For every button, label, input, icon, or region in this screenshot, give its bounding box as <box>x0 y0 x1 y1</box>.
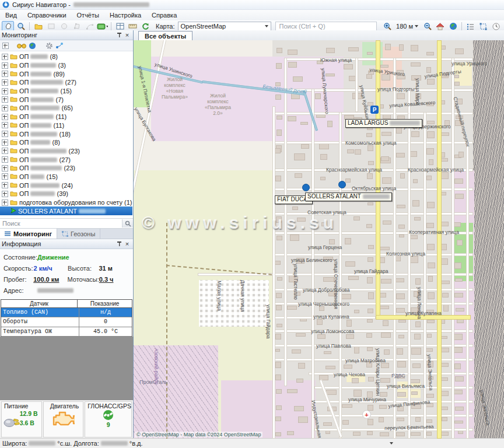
menu-view[interactable]: Вид <box>0 10 22 20</box>
street-label: улица Гайдара <box>265 304 271 338</box>
zoom-scale-select[interactable]: 180 м <box>394 22 421 32</box>
expand-icon[interactable] <box>2 139 8 146</box>
tree-item[interactable]: ОП (18) <box>0 130 133 138</box>
expand-icon[interactable] <box>2 156 8 163</box>
building <box>275 362 281 369</box>
tab-monitoring[interactable]: Мониторинг <box>0 229 57 239</box>
vehicle-marker-label[interactable]: SOLLERS ATALANT <box>305 192 392 201</box>
expand-icon[interactable] <box>2 114 8 120</box>
tree-item-count: (27) <box>59 156 71 163</box>
pin-icon[interactable] <box>115 241 123 247</box>
route-icon[interactable] <box>55 42 64 49</box>
global-search-input[interactable]: Поиск (Ctrl + Q) <box>275 22 377 32</box>
menu-reports[interactable]: Отчёты <box>72 10 104 20</box>
menu-directories[interactable]: Справочники <box>22 10 72 20</box>
status-caret-icon[interactable] <box>390 442 393 444</box>
sensor-row[interactable]: Обороты0 <box>1 317 132 327</box>
tree-item[interactable]: ОП (27) <box>0 78 133 87</box>
search-placeholder: Поиск (Ctrl + Q) <box>279 23 326 30</box>
gps-gauge: ГЛОНАСС/GPS 9 <box>85 401 132 438</box>
tree-item[interactable]: подготовка оборудования по счету (1) <box>0 198 133 207</box>
expand-icon[interactable] <box>2 122 8 128</box>
expand-icon[interactable] <box>2 182 8 188</box>
tree-item[interactable]: ОП (27) <box>0 155 133 164</box>
zoom-out-icon <box>424 22 432 30</box>
tab-geozones[interactable]: Геозоны <box>57 229 100 239</box>
tree-item-count: (18) <box>59 131 71 138</box>
expand-icon[interactable] <box>2 131 8 137</box>
tree-item[interactable]: ОП (7) <box>0 95 133 104</box>
building <box>412 200 419 206</box>
building <box>382 132 391 136</box>
building <box>454 178 463 183</box>
tree-item[interactable]: ОП (11) <box>0 113 133 121</box>
expand-icon[interactable] <box>2 54 8 60</box>
map-canvas[interactable]: © www.sirius.su © OpenStreetMap - Map da… <box>134 40 504 439</box>
menu-settings[interactable]: Настройка <box>104 10 146 20</box>
expand-icon[interactable] <box>2 88 8 94</box>
vehicle-marker-label[interactable]: LADA LARGUS <box>345 119 422 128</box>
mileage-value[interactable]: 100.0 км <box>33 276 67 283</box>
menu-help[interactable]: Справка <box>146 10 182 20</box>
hours-value[interactable]: 0.3 ч <box>99 276 133 283</box>
vehicle-position-dot[interactable] <box>302 184 310 191</box>
expand-icon[interactable] <box>2 62 8 69</box>
tree-item[interactable]: ОП (23) <box>0 147 133 156</box>
building <box>383 114 391 118</box>
map-provider-select[interactable]: OpenStreetMap <box>178 22 271 32</box>
tree-item[interactable]: ОП (15) <box>0 87 133 96</box>
expand-icon[interactable] <box>2 105 8 111</box>
tree-item[interactable]: ОП (24) <box>0 181 133 190</box>
expand-all-button[interactable] <box>2 43 9 49</box>
tree-item[interactable]: ОП (8) <box>0 138 133 147</box>
magnifier-small-icon <box>125 220 131 227</box>
globe-small-icon[interactable] <box>29 42 36 50</box>
table-icon <box>116 23 124 30</box>
building <box>384 349 390 355</box>
tree-item[interactable]: ОП (39) <box>0 190 133 198</box>
expand-icon[interactable] <box>2 165 8 172</box>
folder-icon <box>10 70 18 76</box>
building <box>397 418 404 421</box>
building <box>454 363 461 369</box>
expand-icon[interactable] <box>2 173 8 180</box>
rect-shape-icon <box>48 23 55 30</box>
gear-icon[interactable] <box>46 42 53 50</box>
building <box>454 222 461 227</box>
tree-item-redacted <box>79 209 106 214</box>
sensor-row[interactable]: Топливо (CAN)н/д <box>1 308 132 317</box>
tree-item[interactable]: ОП (8) <box>0 52 133 61</box>
street-label: Октябрьская улица <box>352 186 396 191</box>
tree-item[interactable]: ОП (3) <box>0 61 133 70</box>
tree-search-input[interactable]: Поиск <box>0 218 133 229</box>
tree-item[interactable]: ОП (11) <box>0 121 133 130</box>
tree-item-selected[interactable]: SOLLERS ATALANT <box>0 206 132 215</box>
close-icon[interactable]: × <box>123 241 131 247</box>
building <box>400 173 405 179</box>
street-label: Красноармейская улица <box>408 167 464 173</box>
expand-icon[interactable] <box>2 96 8 103</box>
tree-item[interactable]: ОП (23) <box>0 164 133 173</box>
tree-search-button[interactable] <box>122 219 133 228</box>
binoculars-icon[interactable] <box>17 43 26 49</box>
expand-icon[interactable] <box>2 148 8 154</box>
pin-icon[interactable] <box>115 32 123 38</box>
building <box>410 379 420 383</box>
tree-item-count: (39) <box>57 190 68 197</box>
building <box>348 276 359 280</box>
expand-icon[interactable] <box>2 191 8 197</box>
expand-icon[interactable] <box>2 79 8 86</box>
building <box>275 176 281 181</box>
expand-icon[interactable] <box>2 71 8 77</box>
close-icon[interactable]: × <box>123 32 131 38</box>
sensor-row[interactable]: Температура ОЖ45.0 °C <box>1 327 132 337</box>
map-tab-all-objects[interactable]: Все объекты <box>138 31 192 41</box>
tree-item[interactable]: ОП (65) <box>0 104 133 113</box>
info-panel-title: Информация <box>2 240 115 247</box>
object-tree: ОП (8)ОП (3)ОП (89)ОП (27)ОП (15)ОП (7)О… <box>0 51 133 218</box>
vehicle-position-dot[interactable] <box>338 181 346 188</box>
expand-icon[interactable] <box>2 200 8 206</box>
tree-item[interactable]: ОП (89) <box>0 69 133 78</box>
folder-icon <box>10 96 18 102</box>
tree-item[interactable]: ОП (15) <box>0 173 133 181</box>
